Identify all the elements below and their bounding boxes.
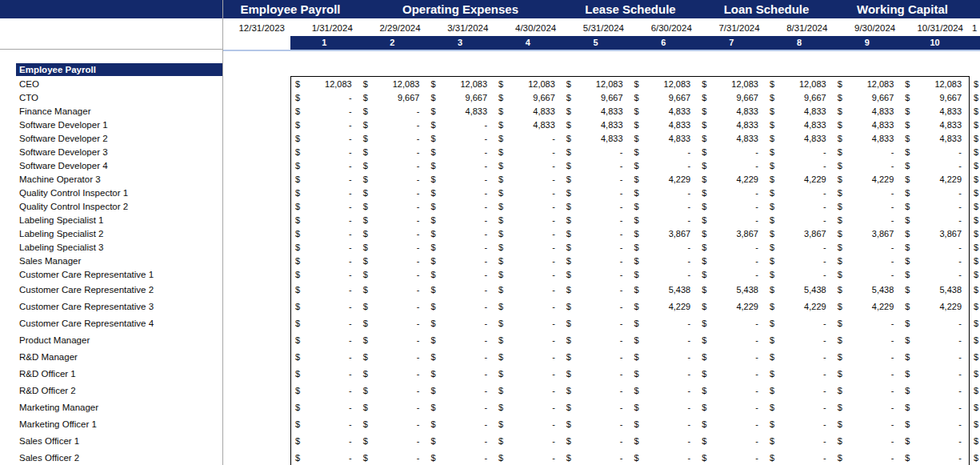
- amount-cell[interactable]: $-: [562, 254, 630, 267]
- amount-cell[interactable]: $-: [291, 240, 359, 254]
- amount-cell[interactable]: $-: [359, 131, 427, 145]
- amount-cell[interactable]: $-: [698, 267, 766, 281]
- row-label[interactable]: Software Developer 4: [0, 158, 222, 172]
- amount-cell[interactable]: $-: [562, 432, 630, 449]
- amount-cell[interactable]: $4,833: [901, 118, 969, 131]
- amount-cell[interactable]: $-: [698, 348, 766, 365]
- clipped-amount-cell[interactable]: $: [974, 158, 980, 172]
- clipped-amount-cell[interactable]: $: [974, 331, 980, 348]
- amount-cell[interactable]: $4,229: [766, 298, 834, 315]
- amount-cell[interactable]: $-: [426, 118, 494, 131]
- amount-cell[interactable]: $-: [291, 254, 359, 267]
- amount-cell[interactable]: $-: [359, 158, 427, 172]
- row-label[interactable]: CEO: [0, 77, 222, 90]
- amount-cell[interactable]: $-: [766, 254, 834, 267]
- amount-cell[interactable]: $-: [494, 281, 562, 298]
- amount-cell[interactable]: $-: [630, 213, 698, 226]
- amount-cell[interactable]: $4,833: [630, 118, 698, 131]
- amount-cell[interactable]: $12,083: [426, 77, 494, 90]
- period-number-cell[interactable]: 7: [698, 36, 766, 50]
- amount-cell[interactable]: $-: [834, 240, 902, 254]
- amount-cell[interactable]: $-: [834, 449, 902, 465]
- amount-cell[interactable]: $-: [766, 348, 834, 365]
- section-tab-employee-payroll[interactable]: Employee Payroll: [222, 0, 358, 18]
- amount-cell[interactable]: $-: [766, 240, 834, 254]
- amount-cell[interactable]: $5,438: [630, 281, 698, 298]
- date-cell-clipped[interactable]: 1: [970, 18, 980, 36]
- amount-cell[interactable]: $-: [766, 432, 834, 449]
- amount-cell[interactable]: $-: [766, 145, 834, 158]
- amount-cell[interactable]: $-: [562, 315, 630, 331]
- amount-cell[interactable]: $-: [562, 158, 630, 172]
- amount-cell[interactable]: $-: [630, 415, 698, 432]
- amount-cell[interactable]: $-: [426, 365, 494, 382]
- amount-cell[interactable]: $-: [359, 365, 427, 382]
- amount-cell[interactable]: $3,867: [766, 226, 834, 240]
- amount-cell[interactable]: $9,667: [494, 90, 562, 104]
- amount-cell[interactable]: $-: [562, 331, 630, 348]
- amount-cell[interactable]: $-: [291, 267, 359, 281]
- amount-cell[interactable]: $-: [494, 172, 562, 186]
- clipped-amount-cell[interactable]: $: [974, 199, 980, 213]
- amount-cell[interactable]: $-: [291, 348, 359, 365]
- amount-cell[interactable]: $4,833: [562, 131, 630, 145]
- amount-cell[interactable]: $-: [766, 365, 834, 382]
- amount-cell[interactable]: $-: [901, 315, 969, 331]
- amount-cell[interactable]: $-: [494, 199, 562, 213]
- amount-cell[interactable]: $3,867: [630, 226, 698, 240]
- amount-cell[interactable]: $-: [630, 315, 698, 331]
- amount-cell[interactable]: $-: [359, 172, 427, 186]
- row-label[interactable]: Sales Officer 1: [0, 432, 222, 449]
- amount-cell[interactable]: $9,667: [359, 90, 427, 104]
- amount-cell[interactable]: $-: [494, 298, 562, 315]
- clipped-amount-cell[interactable]: $: [974, 365, 980, 382]
- amount-cell[interactable]: $-: [426, 331, 494, 348]
- amount-cell[interactable]: $-: [291, 331, 359, 348]
- amount-cell[interactable]: $12,083: [494, 77, 562, 90]
- amount-cell[interactable]: $-: [630, 254, 698, 267]
- amount-cell[interactable]: $-: [291, 315, 359, 331]
- amount-cell[interactable]: $12,083: [698, 77, 766, 90]
- amount-cell[interactable]: $-: [426, 145, 494, 158]
- amount-cell[interactable]: $9,667: [698, 90, 766, 104]
- amount-cell[interactable]: $4,229: [834, 298, 902, 315]
- amount-cell[interactable]: $-: [426, 186, 494, 199]
- amount-cell[interactable]: $4,229: [834, 172, 902, 186]
- clipped-amount-cell[interactable]: $: [974, 213, 980, 226]
- amount-cell[interactable]: $-: [766, 331, 834, 348]
- section-tab-loan-schedule[interactable]: Loan Schedule: [698, 0, 834, 18]
- clipped-amount-cell[interactable]: $: [974, 254, 980, 267]
- amount-cell[interactable]: $-: [562, 240, 630, 254]
- amount-cell[interactable]: $-: [426, 449, 494, 465]
- amount-cell[interactable]: $-: [901, 267, 969, 281]
- amount-cell[interactable]: $4,833: [698, 104, 766, 118]
- amount-cell[interactable]: $4,833: [901, 104, 969, 118]
- period-number-cell[interactable]: 9: [833, 36, 901, 50]
- amount-cell[interactable]: $4,833: [901, 131, 969, 145]
- amount-cell[interactable]: $-: [834, 158, 902, 172]
- amount-cell[interactable]: $-: [901, 432, 969, 449]
- clipped-amount-cell[interactable]: $: [974, 104, 980, 118]
- amount-cell[interactable]: $-: [901, 158, 969, 172]
- row-label[interactable]: Quality Control Inspector 2: [0, 199, 222, 213]
- amount-cell[interactable]: $9,667: [834, 90, 902, 104]
- amount-cell[interactable]: $-: [494, 348, 562, 365]
- amount-cell[interactable]: $-: [630, 240, 698, 254]
- date-cell[interactable]: 4/30/2024: [494, 18, 562, 36]
- amount-cell[interactable]: $4,833: [766, 118, 834, 131]
- amount-cell[interactable]: $-: [562, 186, 630, 199]
- amount-cell[interactable]: $-: [698, 186, 766, 199]
- clipped-amount-cell[interactable]: $: [974, 399, 980, 415]
- period-number-cell[interactable]: 2: [358, 36, 426, 50]
- clipped-amount-cell[interactable]: $: [974, 240, 980, 254]
- amount-cell[interactable]: $-: [562, 281, 630, 298]
- amount-cell[interactable]: $4,229: [630, 298, 698, 315]
- amount-cell[interactable]: $-: [426, 382, 494, 399]
- amount-cell[interactable]: $-: [359, 298, 427, 315]
- amount-cell[interactable]: $-: [426, 348, 494, 365]
- amount-cell[interactable]: $4,833: [766, 104, 834, 118]
- amount-cell[interactable]: $5,438: [766, 281, 834, 298]
- amount-cell[interactable]: $-: [630, 158, 698, 172]
- amount-cell[interactable]: $-: [426, 415, 494, 432]
- amount-cell[interactable]: $3,867: [834, 226, 902, 240]
